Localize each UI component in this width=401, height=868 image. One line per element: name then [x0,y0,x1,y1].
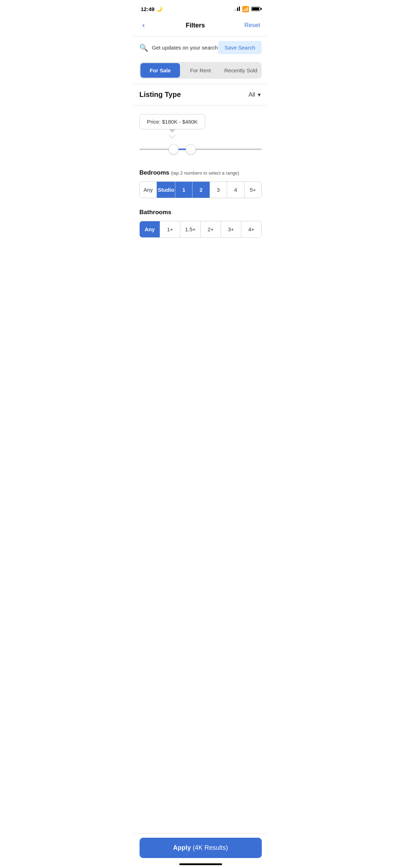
tab-for-sale[interactable]: For Sale [140,63,180,78]
back-button[interactable]: ‹ [141,19,146,31]
bathroom-option-3plus[interactable]: 3+ [221,221,241,237]
tab-recently-sold[interactable]: Recently Sold [221,63,261,78]
bedroom-option-5plus[interactable]: 5+ [245,182,261,198]
bathrooms-options: Any 1+ 1.5+ 2+ 3+ 4+ [139,221,262,238]
bathroom-option-1-5plus[interactable]: 1.5+ [180,221,201,237]
segment-tabs: For Sale For Rent Recently Sold [139,62,262,79]
listing-type-value[interactable]: All ▼ [248,91,262,98]
price-slider[interactable] [139,142,262,156]
tab-for-rent[interactable]: For Rent [181,63,220,78]
bedrooms-sublabel: (tap 2 numbers to select a range) [171,170,240,176]
reset-button[interactable]: Reset [245,22,260,29]
bathroom-option-1plus[interactable]: 1+ [160,221,180,237]
bedrooms-title: Bedrooms [139,169,169,176]
bathroom-option-2plus[interactable]: 2+ [201,221,221,237]
bathroom-option-4plus[interactable]: 4+ [241,221,261,237]
bedrooms-section: Bedrooms (tap 2 numbers to select a rang… [134,162,267,202]
wifi-icon: 📶 [242,6,249,12]
bathroom-option-any[interactable]: Any [140,221,160,237]
save-search-left: 🔍 Get updates on your search [139,43,218,52]
bedrooms-label: Bedrooms (tap 2 numbers to select a rang… [139,169,262,176]
bathrooms-label: Bathrooms [139,209,262,216]
save-search-banner: 🔍 Get updates on your search Save Search [134,37,267,58]
bedroom-option-studio[interactable]: Studio [157,182,175,198]
status-icons: 📶 [233,6,260,12]
price-bubble: Price: $180K - $460K [139,114,205,129]
listing-type-row[interactable]: Listing Type All ▼ [134,84,267,105]
bathrooms-section: Bathrooms Any 1+ 1.5+ 2+ 3+ 4+ [134,202,267,245]
save-search-text: Get updates on your search [152,45,218,51]
bedroom-option-2[interactable]: 2 [192,182,210,198]
signal-icon [233,7,240,11]
bedroom-option-3[interactable]: 3 [210,182,227,198]
status-time: 12:49 [141,6,154,12]
listing-type-label: Listing Type [139,91,181,99]
bedroom-option-4[interactable]: 4 [227,182,244,198]
status-bar: 12:49 🌙 📶 [134,0,267,16]
search-updates-icon: 🔍 [139,43,148,52]
bedrooms-options: Any Studio 1 2 3 4 5+ [139,181,262,198]
bedroom-option-any[interactable]: Any [140,182,157,198]
bubble-tail-fill [169,135,175,138]
battery-icon [251,7,260,11]
header: ‹ Filters Reset [134,16,267,36]
chevron-down-icon: ▼ [257,92,262,98]
slider-thumb-right[interactable] [186,144,196,154]
price-range-label: Price: $180K - $460K [147,119,198,125]
bedroom-option-1[interactable]: 1 [175,182,192,198]
price-section: Price: $180K - $460K [134,105,267,162]
slider-track [139,149,262,150]
save-search-button[interactable]: Save Search [218,41,262,54]
slider-thumb-left[interactable] [169,144,179,154]
page-title: Filters [186,22,205,29]
listing-type-selected: All [248,91,255,98]
moon-icon: 🌙 [156,6,162,12]
